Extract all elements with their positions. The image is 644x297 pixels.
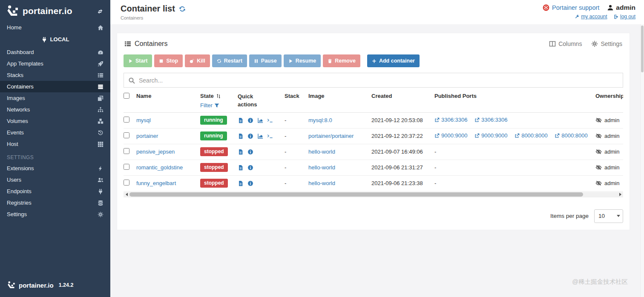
state-filter-button[interactable]: Filter xyxy=(200,102,238,109)
ownership-value: admin xyxy=(604,117,619,123)
horizontal-scroll-thumb[interactable] xyxy=(129,192,583,197)
published-port-link[interactable]: 9000:9000 xyxy=(434,132,467,139)
items-per-page-select[interactable]: 10 xyxy=(594,209,623,223)
horizontal-scrollbar[interactable] xyxy=(124,192,623,197)
sidebar-item-containers[interactable]: Containers xyxy=(0,81,110,92)
horizontal-scroll-track[interactable] xyxy=(129,192,617,197)
image-link[interactable]: hello-world xyxy=(308,148,335,155)
row-checkbox[interactable] xyxy=(124,117,129,123)
logs-icon[interactable] xyxy=(238,149,244,155)
sidebar-item-dashboard[interactable]: Dashboard xyxy=(0,46,110,58)
log-out-link[interactable]: log out xyxy=(614,14,635,20)
sidebar-item-events[interactable]: Events xyxy=(0,127,110,138)
sidebar-item-registries[interactable]: Registries xyxy=(0,197,110,208)
refresh-button[interactable] xyxy=(179,5,186,13)
sidebar-item-label: Images xyxy=(7,95,25,101)
my-account-link[interactable]: my account xyxy=(575,14,607,20)
sidebar-item-label: Containers xyxy=(7,83,34,90)
sidebar-item-label: Extensions xyxy=(7,165,34,171)
stats-icon[interactable] xyxy=(257,133,263,139)
image-link[interactable]: hello-world xyxy=(308,180,335,186)
restart-button[interactable]: Restart xyxy=(212,54,247,67)
inspect-icon[interactable] xyxy=(247,165,253,171)
container-name-link[interactable]: mysql xyxy=(136,117,151,123)
portainer-support-link[interactable]: Portainer support xyxy=(543,4,599,11)
row-checkbox[interactable] xyxy=(124,180,129,186)
sidebar-item-volumes[interactable]: Volumes xyxy=(0,115,110,127)
published-port-link[interactable]: 8000:8000 xyxy=(515,132,547,139)
stack-value: - xyxy=(285,148,286,155)
ports-empty: - xyxy=(434,164,436,171)
container-name-link[interactable]: funny_engelbart xyxy=(136,180,176,186)
container-name-link[interactable]: pensive_jepsen xyxy=(136,148,175,155)
published-port-link[interactable]: 3306:3306 xyxy=(434,117,467,123)
row-checkbox[interactable] xyxy=(124,148,129,154)
container-name-link[interactable]: romantic_goldstine xyxy=(136,164,183,171)
sidebar-item-app-templates[interactable]: App Templates xyxy=(0,58,110,69)
select-all-checkbox[interactable] xyxy=(124,93,129,99)
pause-button[interactable]: Pause xyxy=(249,54,282,67)
kill-button[interactable]: Kill xyxy=(185,54,210,67)
sidebar-item-label: Dashboard xyxy=(7,49,34,55)
sidebar-item-images[interactable]: Images xyxy=(0,92,110,104)
column-header-name[interactable]: Name xyxy=(136,93,200,99)
image-link[interactable]: portainer/portainer xyxy=(308,133,354,139)
vertical-scrollbar[interactable] xyxy=(640,24,644,297)
console-icon[interactable] xyxy=(267,133,273,139)
row-checkbox[interactable] xyxy=(124,132,129,138)
sidebar-item-settings[interactable]: Settings xyxy=(0,208,110,220)
search-input[interactable] xyxy=(139,77,618,84)
column-header-image[interactable]: Image xyxy=(308,93,371,99)
sidebar: portainer.io Home LOCAL Dashboard App Te… xyxy=(0,0,110,297)
published-port-link[interactable]: 9000:9000 xyxy=(474,132,507,139)
inspect-icon[interactable] xyxy=(247,149,253,155)
sidebar-item-networks[interactable]: Networks xyxy=(0,104,110,115)
published-port-link[interactable]: 8000:8000 xyxy=(555,132,587,139)
inspect-icon[interactable] xyxy=(247,180,253,186)
add-container-button[interactable]: Add container xyxy=(367,54,420,67)
scroll-left-arrow-icon[interactable] xyxy=(124,192,129,197)
columns-button[interactable]: Columns xyxy=(549,40,582,47)
remove-button[interactable]: Remove xyxy=(323,54,360,67)
pause-icon xyxy=(254,59,259,63)
image-link[interactable]: mysql:8.0 xyxy=(308,117,332,123)
sidebar-collapse-button[interactable] xyxy=(97,7,104,15)
stats-icon[interactable] xyxy=(257,117,263,123)
sidebar-item-host[interactable]: Host xyxy=(0,138,110,150)
sidebar-item-label: Volumes xyxy=(7,118,28,124)
containers-panel: Containers Columns Settings xyxy=(117,33,630,230)
column-header-created[interactable]: Created xyxy=(371,93,434,99)
logs-icon[interactable] xyxy=(238,117,244,123)
vertical-scroll-thumb[interactable] xyxy=(641,26,644,72)
stop-button[interactable]: Stop xyxy=(154,54,183,67)
sidebar-item-stacks[interactable]: Stacks xyxy=(0,69,110,81)
logs-icon[interactable] xyxy=(238,165,244,171)
container-name-link[interactable]: portainer xyxy=(136,133,158,139)
sidebar-item-users[interactable]: Users xyxy=(0,174,110,186)
inspect-icon[interactable] xyxy=(247,117,253,123)
scroll-right-arrow-icon[interactable] xyxy=(617,192,623,197)
bomb-icon xyxy=(190,59,194,63)
table-settings-button[interactable]: Settings xyxy=(591,40,622,47)
external-link-icon xyxy=(474,133,480,138)
breadcrumb: Containers xyxy=(121,15,186,20)
image-link[interactable]: hello-world xyxy=(308,164,335,171)
dashboard-icon xyxy=(98,49,104,55)
endpoint-selector[interactable]: LOCAL xyxy=(0,33,110,46)
inspect-icon[interactable] xyxy=(247,133,253,139)
column-header-stack[interactable]: Stack xyxy=(285,93,308,99)
start-button[interactable]: Start xyxy=(124,54,152,67)
page-header: Container list Containers Portainer supp… xyxy=(110,0,644,24)
state-badge: running xyxy=(200,131,227,140)
sidebar-item-home[interactable]: Home xyxy=(0,22,110,33)
logs-icon[interactable] xyxy=(238,180,244,186)
created-value: 2021-09-07 16:49:06 xyxy=(371,148,423,155)
state-sort-button[interactable]: State xyxy=(200,93,238,99)
sidebar-item-endpoints[interactable]: Endpoints xyxy=(0,186,110,197)
resume-button[interactable]: Resume xyxy=(284,54,321,67)
sidebar-item-extensions[interactable]: Extensions xyxy=(0,163,110,174)
row-checkbox[interactable] xyxy=(124,164,129,170)
console-icon[interactable] xyxy=(267,117,273,123)
published-port-link[interactable]: 3306:3306 xyxy=(474,117,507,123)
logs-icon[interactable] xyxy=(238,133,244,139)
